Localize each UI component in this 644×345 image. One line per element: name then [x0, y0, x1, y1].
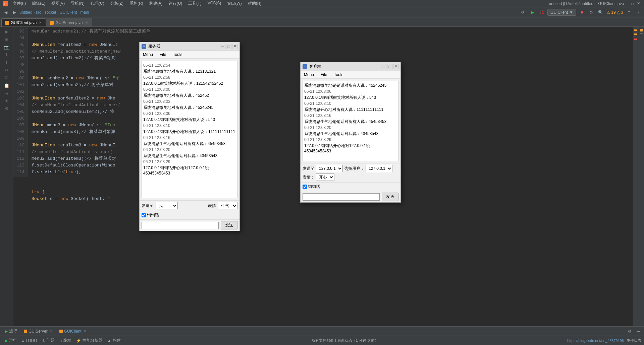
search-btn[interactable]: 🔍 [597, 9, 604, 16]
paste-icon[interactable]: 📋 [3, 82, 10, 89]
client-emotion-select[interactable]: 开心- 微笑 生气 [316, 174, 334, 181]
client-menu-tools[interactable]: Tools [332, 72, 344, 78]
menu-code[interactable]: 代码(C) [88, 0, 107, 7]
server-emotion-select[interactable]: 生气- 微笑 开心 [218, 202, 237, 209]
bottom-tab-build[interactable]: ▲ 构建 [105, 337, 123, 344]
print-icon[interactable]: 🖨 [3, 90, 10, 96]
menu-navigate[interactable]: 导航(N) [68, 0, 87, 7]
client-user-select[interactable]: 127.0.0.1 [366, 165, 392, 172]
run-tab-run[interactable]: ▶ 运行 [2, 327, 20, 335]
client-minimize-btn[interactable]: ─ [381, 64, 386, 69]
run-config-selector[interactable]: GUIClient ▼ [547, 9, 576, 16]
status-event-log[interactable]: 事件日志 [627, 338, 641, 343]
tab-guiclient[interactable]: GUIClient.java ✕ [1, 18, 46, 26]
client-send-button[interactable]: 发送 [382, 193, 398, 201]
toolbar-right: ⟳ ▶ 🐞 GUIClient ▼ ■ ⚙ 🔍 ⚠ 19 △ 3 ⌃ ⋮ [519, 9, 642, 16]
bottom-tab-problems[interactable]: ⚠ 问题 [40, 337, 57, 344]
run-close-btn[interactable]: ─ [635, 328, 642, 335]
client-titlebar[interactable]: C 客户端 ─ □ ✕ [301, 62, 400, 71]
stop-gutter-icon[interactable]: ■ [3, 36, 10, 43]
back-btn[interactable]: ◀ [2, 9, 9, 16]
copy-icon[interactable]: ⧉ [3, 74, 10, 81]
server-menu-tools[interactable]: Tools [171, 52, 183, 58]
run-btn[interactable]: ▶ [529, 9, 536, 16]
run-gutter-icon[interactable]: ▶ [3, 28, 10, 35]
run-tab-guiclient[interactable]: GUIClient ✕ [57, 328, 89, 335]
scroll-down-icon[interactable]: ⬇ [3, 59, 10, 66]
more-btn[interactable]: ⋮ [635, 9, 642, 16]
scroll-up-icon[interactable]: ⬆ [3, 51, 10, 58]
server-maximize-btn[interactable]: □ [226, 44, 231, 49]
client-menu-menu[interactable]: Menu [303, 72, 315, 78]
server-titlebar[interactable]: S 服务器 ─ □ ✕ [140, 42, 239, 51]
scissors-icon[interactable]: ✂ [3, 67, 10, 73]
menu-view[interactable]: 视图(V) [49, 0, 67, 7]
server-message-input[interactable] [142, 222, 219, 229]
window-controls: ─ □ ✕ [624, 1, 641, 6]
menu-vcs[interactable]: VCS(S) [205, 0, 224, 7]
tab-close-guiclient[interactable]: ✕ [38, 21, 42, 24]
server-msg-16: 系统消息生气地销销话对我说：43453543 [143, 153, 236, 159]
breadcrumb-main[interactable]: main [80, 10, 89, 15]
breadcrumb-guiclient[interactable]: GUIClient [59, 10, 77, 15]
breadcrumb-src[interactable]: src [36, 10, 41, 15]
bottom-tab-todo[interactable]: ≡ TODO [20, 338, 39, 344]
menu-run[interactable]: 运行(U) [166, 0, 185, 7]
client-cancel-checkbox[interactable]: 销销话 [303, 184, 320, 190]
menu-build[interactable]: 构建(A) [147, 0, 165, 7]
debug-btn[interactable]: 🐞 [538, 9, 545, 16]
server-sendto-select[interactable]: 我 所有人 [156, 202, 178, 209]
minimize-btn[interactable]: ─ [624, 2, 630, 6]
settings-gutter-icon[interactable]: ⚙ [3, 105, 10, 112]
menu-file[interactable]: 文件(F) [10, 0, 29, 7]
expand-btn[interactable]: ⌃ [625, 9, 633, 16]
client-maximize-btn[interactable]: □ [387, 64, 392, 69]
menu-window[interactable]: 窗口(W) [224, 0, 244, 7]
server-cancel-checkbox[interactable]: 销销话 [142, 212, 159, 218]
camera-gutter-icon[interactable]: 📷 [3, 44, 10, 50]
server-content: 06-21 12:02:54 系统消息微笑地对所有人说：123131321 06… [140, 59, 239, 231]
menu-help[interactable]: 帮助(H) [245, 0, 264, 7]
close-btn[interactable]: ✕ [636, 1, 641, 6]
bottom-tab-run[interactable]: ▶ 运行 [3, 337, 19, 344]
server-msg-15: 06-21 12:03:20 [143, 147, 236, 153]
client-menu-file[interactable]: File [319, 72, 328, 78]
server-minimize-btn[interactable]: ─ [220, 44, 225, 49]
server-close-btn[interactable]: ✕ [232, 44, 237, 49]
server-menu-menu[interactable]: Menu [142, 52, 154, 58]
menu-edit[interactable]: 编辑(E) [29, 0, 48, 7]
client-cancel-input[interactable] [303, 185, 307, 189]
forward-btn[interactable]: ▶ [11, 9, 18, 16]
status-url[interactable]: https://blog.csdn.net/qq_45879198 [567, 339, 624, 343]
breadcrumb-untitled[interactable]: untitled [19, 10, 33, 15]
client-sendto-select[interactable]: 127.0.0.1 [316, 165, 343, 172]
code-line-94 [32, 35, 638, 42]
tab-guiserver[interactable]: GUIServer.java ✕ [46, 18, 92, 26]
client-close-btn[interactable]: ✕ [393, 64, 398, 69]
run-settings-btn[interactable]: ⚙ [626, 328, 633, 335]
menu-analyze[interactable]: 分析(Z) [108, 0, 126, 7]
client-sendto-label: 发送至 [303, 166, 315, 171]
client-message-input[interactable] [303, 193, 380, 201]
menu-tools[interactable]: 工具(T) [185, 0, 204, 7]
run-config-dropdown[interactable]: ▼ [569, 10, 573, 15]
server-menu-file[interactable]: File [158, 52, 167, 58]
run-tab-guiclient-close[interactable]: ✕ [84, 329, 87, 333]
run-tab-guiserver-close[interactable]: ✕ [50, 329, 53, 333]
settings-btn[interactable]: ⚙ [588, 9, 595, 16]
menu-refactor[interactable]: 重构(R) [127, 0, 146, 7]
server-send-button[interactable]: 发送 [221, 221, 237, 229]
code-line-93: menuBar.add(menu2);// 将某车对象添加到某某二级菜单 [32, 28, 638, 35]
server-title-icon: S [142, 44, 146, 49]
breadcrumb-socket[interactable]: socket [45, 10, 56, 15]
star-gutter-icon[interactable]: ★ [3, 97, 10, 104]
run-tab-guiserver[interactable]: GUIServer ✕ [21, 328, 55, 335]
maximize-btn[interactable]: □ [630, 2, 635, 6]
bottom-tab-profiler[interactable]: ⚡ 性能分析器 [74, 337, 105, 344]
client-msg-1: 系统消息微笑地销销话对所有人说：45245245 [304, 82, 397, 88]
sync-btn[interactable]: ⟳ [519, 9, 527, 16]
server-cancel-input[interactable] [142, 213, 146, 217]
bottom-tab-terminal[interactable]: ⌂ 终端 [57, 337, 73, 344]
stop-btn[interactable]: ■ [578, 9, 586, 16]
tab-close-guiserver[interactable]: ✕ [85, 21, 89, 24]
